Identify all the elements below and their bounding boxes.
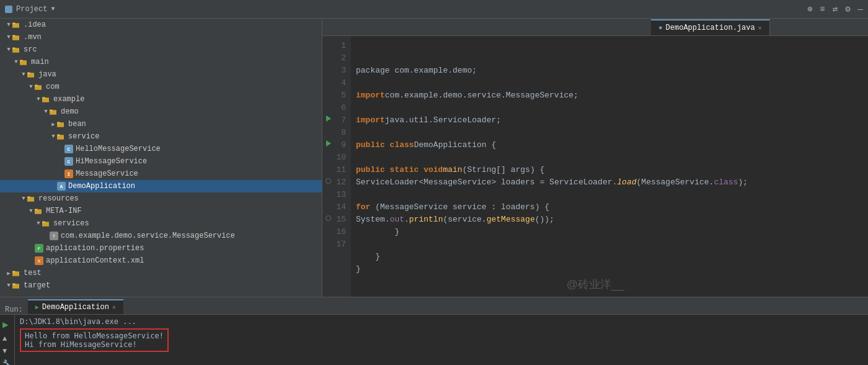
code-content[interactable]: package com.example.demo;import com.exam… [351, 36, 868, 297]
tree-arrow[interactable] [35, 220, 42, 227]
tree-label: DemoApplication [68, 182, 135, 191]
code-line [356, 127, 868, 139]
settings-icon[interactable]: ⚙ [845, 4, 850, 14]
code-line [356, 151, 868, 164]
output-line-2: Hi from HiMessageService! [25, 340, 164, 349]
line-number: 5 [334, 89, 346, 102]
tree-item[interactable]: service [0, 130, 322, 143]
tree-item[interactable]: resources [0, 192, 322, 205]
bottom-tabs: Run: ▶ DemoApplication ✕ [0, 297, 868, 315]
line-number-row: 12 [325, 176, 346, 189]
line-marker [325, 176, 331, 189]
tree-item[interactable]: target [0, 279, 322, 292]
project-icon [5, 6, 12, 13]
tree-arrow[interactable] [5, 269, 12, 277]
tree-item[interactable]: ADemoApplication [0, 180, 322, 192]
tree-item[interactable]: CHelloMessageService [0, 143, 322, 155]
tree-arrow[interactable] [5, 282, 12, 289]
tree-label: target [24, 281, 50, 290]
tree-item[interactable]: CHiMessageService [0, 155, 322, 168]
code-line: ServiceLoader<MessageService> loaders = … [356, 176, 868, 189]
tree-arrow[interactable] [5, 21, 12, 29]
line-numbers: 1234567891011121314151617 [322, 36, 351, 297]
tree-item[interactable]: IMessageService [0, 168, 322, 180]
tree-item[interactable]: META-INF [0, 205, 322, 217]
swap-icon[interactable]: ⇄ [833, 4, 838, 14]
tree-label: demo [61, 107, 79, 116]
tree-arrow[interactable] [42, 108, 50, 115]
run-tab-close[interactable]: ✕ [112, 304, 116, 311]
tab-label: DemoApplication.java [666, 24, 755, 32]
line-marker [325, 114, 331, 127]
svg-rect-11 [35, 85, 38, 86]
svg-rect-3 [12, 35, 16, 37]
file-icon [42, 95, 51, 104]
line-number-row: 6 [325, 102, 346, 114]
minimize-icon[interactable]: — [858, 4, 863, 14]
svg-rect-5 [12, 48, 16, 49]
tree-arrow[interactable] [12, 58, 20, 66]
line-number: 8 [334, 127, 346, 139]
line-number-row: 15 [325, 214, 346, 226]
tree-arrow[interactable] [35, 96, 42, 103]
file-icon: T [50, 232, 58, 240]
tree-arrow[interactable] [20, 195, 27, 202]
file-icon [12, 33, 21, 42]
tree-arrow[interactable] [50, 133, 57, 140]
tree-label: example [53, 95, 84, 104]
tree-label: java [38, 70, 56, 79]
tree-arrow[interactable] [27, 83, 35, 91]
project-sidebar[interactable]: .idea .mvn src main java com example dem… [0, 19, 322, 297]
tree-item[interactable]: services [0, 217, 322, 230]
tree-label: services [53, 219, 89, 228]
file-icon: C [64, 157, 73, 166]
tree-arrow[interactable] [5, 46, 12, 53]
file-icon: A [57, 182, 66, 191]
tree-label: src [24, 45, 37, 54]
tab-close-button[interactable]: ✕ [758, 24, 762, 32]
tree-label: application.properties [46, 244, 144, 253]
line-number: 7 [334, 114, 346, 127]
tree-item[interactable]: example [0, 93, 322, 106]
tree-arrow[interactable] [5, 34, 12, 41]
code-editor[interactable]: ● DemoApplication.java ✕ 123456789101112… [322, 19, 868, 297]
tree-arrow[interactable] [27, 207, 35, 215]
tree-arrow[interactable] [20, 71, 27, 78]
wrench-icon[interactable]: 🔧 [2, 359, 12, 365]
tree-item[interactable]: com [0, 81, 322, 93]
tree-item[interactable]: test [0, 267, 322, 279]
tree-item[interactable]: .mvn [0, 31, 322, 43]
tree-item[interactable]: src [0, 43, 322, 56]
tree-arrow[interactable] [50, 120, 57, 128]
tree-label: HiMessageService [76, 157, 147, 166]
list-icon[interactable]: ≡ [820, 4, 825, 14]
dropdown-arrow[interactable]: ▼ [51, 6, 55, 12]
code-line: import com.example.demo.service.MessageS… [356, 89, 868, 102]
title-bar: Project ▼ ⊕ ≡ ⇄ ⚙ — [0, 0, 868, 19]
tree-item[interactable]: java [0, 68, 322, 81]
tree-item[interactable]: Tcom.example.demo.service.MessageService [0, 230, 322, 242]
scroll-up-button[interactable]: ▲ [2, 335, 12, 343]
svg-rect-15 [50, 110, 53, 111]
tree-item[interactable]: main [0, 56, 322, 68]
file-icon [27, 70, 36, 79]
run-tab[interactable]: ▶ DemoApplication ✕ [28, 299, 123, 314]
tree-label: main [31, 58, 49, 66]
tree-item[interactable]: demo [0, 106, 322, 118]
globe-icon[interactable]: ⊕ [807, 4, 812, 14]
svg-rect-19 [57, 135, 60, 136]
run-label[interactable]: Run: [0, 305, 28, 314]
scroll-down-button[interactable]: ▼ [2, 347, 12, 356]
tree-label: HelloMessageService [76, 145, 161, 153]
line-number-row: 17 [325, 238, 346, 251]
svg-rect-23 [35, 209, 38, 210]
play-button[interactable]: ▶ [2, 318, 12, 331]
tree-item[interactable]: Papplication.properties [0, 242, 322, 255]
code-area[interactable]: 1234567891011121314151617 package com.ex… [322, 36, 868, 297]
tab-demo-application[interactable]: ● DemoApplication.java ✕ [651, 19, 770, 35]
project-label: Project [16, 5, 47, 14]
tree-label: com [46, 83, 60, 91]
tree-item[interactable]: bean [0, 118, 322, 130]
tree-item[interactable]: XapplicationContext.xml [0, 255, 322, 267]
tree-item[interactable]: .idea [0, 19, 322, 31]
